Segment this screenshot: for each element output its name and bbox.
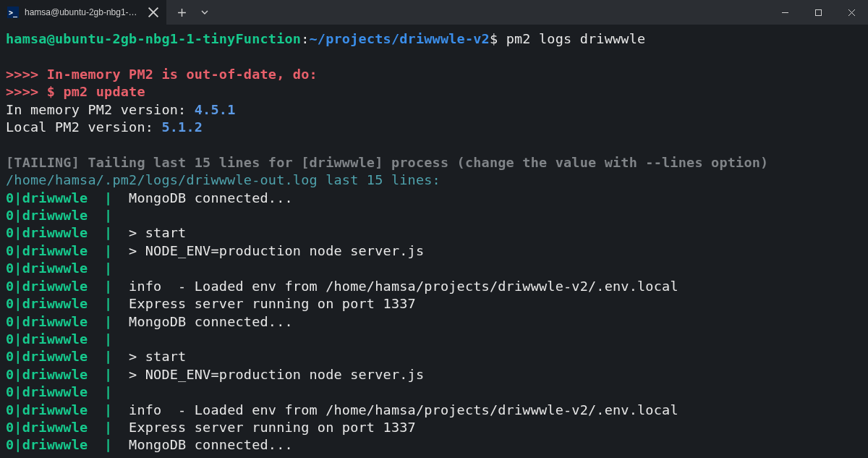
log-prefix: 0|driwwwle | bbox=[6, 279, 121, 294]
tailing-header: [TAILING] Tailing last 15 lines for [dri… bbox=[6, 154, 862, 171]
version-local: Local PM2 version: 5.1.2 bbox=[6, 119, 862, 136]
log-text: > start bbox=[121, 225, 187, 240]
tabs-area: >_ hamsa@ubuntu-2gb-nbg1-1-tin bbox=[0, 0, 216, 25]
log-line: 0|driwwwle | MongoDB connected... bbox=[6, 436, 862, 454]
log-line: 0|driwwwle | > start bbox=[6, 224, 862, 242]
log-text: MongoDB connected... bbox=[121, 190, 293, 205]
maximize-button[interactable] bbox=[801, 0, 835, 25]
log-prefix: 0|driwwwle | bbox=[6, 384, 121, 399]
log-line: 0|driwwwle | > start bbox=[6, 348, 862, 365]
log-prefix: 0|driwwwle | bbox=[6, 225, 121, 240]
tab-active[interactable]: >_ hamsa@ubuntu-2gb-nbg1-1-tin bbox=[0, 0, 166, 25]
log-line: 0|driwwwle | bbox=[6, 383, 862, 401]
svg-rect-0 bbox=[815, 9, 821, 15]
blank-line bbox=[6, 48, 862, 65]
log-text: info - Loaded env from /home/hamsa/proje… bbox=[121, 402, 678, 417]
log-prefix: 0|driwwwle | bbox=[6, 402, 121, 417]
log-line: 0|driwwwle | MongoDB connected... bbox=[6, 313, 862, 331]
log-line: 0|driwwwle | info - Loaded env from /hom… bbox=[6, 402, 862, 419]
window-controls bbox=[768, 0, 868, 25]
log-text: MongoDB connected... bbox=[121, 314, 293, 329]
log-prefix: 0|driwwwle | bbox=[6, 243, 121, 258]
close-button[interactable] bbox=[835, 0, 868, 25]
log-line: 0|driwwwle | bbox=[6, 331, 862, 348]
log-prefix: 0|driwwwle | bbox=[6, 314, 121, 329]
log-text: > NODE_ENV=production node server.js bbox=[121, 367, 425, 382]
log-prefix: 0|driwwwle | bbox=[6, 260, 121, 276]
log-prefix: 0|driwwwle | bbox=[6, 420, 121, 435]
minimize-button[interactable] bbox=[768, 0, 801, 25]
log-lines: 0|driwwwle | MongoDB connected...0|driww… bbox=[6, 190, 862, 454]
warn-line-1: >>>> In-memory PM2 is out-of-date, do: bbox=[6, 66, 862, 83]
titlebar: >_ hamsa@ubuntu-2gb-nbg1-1-tin bbox=[0, 0, 868, 25]
log-text: Express server running on port 1337 bbox=[121, 296, 416, 311]
log-line: 0|driwwwle | > NODE_ENV=production node … bbox=[6, 366, 862, 383]
log-prefix: 0|driwwwle | bbox=[6, 367, 121, 382]
log-line: 0|driwwwle | Express server running on p… bbox=[6, 295, 862, 313]
log-prefix: 0|driwwwle | bbox=[6, 296, 121, 311]
log-prefix: 0|driwwwle | bbox=[6, 349, 121, 364]
log-text: Express server running on port 1337 bbox=[121, 420, 416, 435]
prompt-user-host: hamsa@ubuntu-2gb-nbg1-1-tinyFunction bbox=[6, 31, 301, 46]
tab-dropdown-button[interactable] bbox=[194, 1, 216, 23]
log-prefix: 0|driwwwle | bbox=[6, 190, 121, 205]
log-text: > start bbox=[121, 349, 187, 364]
log-line: 0|driwwwle | > NODE_ENV=production node … bbox=[6, 242, 862, 260]
warn-line-2: >>>> $ pm2 update bbox=[6, 83, 862, 101]
prompt-command: pm2 logs driwwwle bbox=[498, 31, 645, 46]
version-in-memory: In memory PM2 version: 4.5.1 bbox=[6, 101, 862, 119]
log-text: > NODE_ENV=production node server.js bbox=[121, 243, 425, 258]
log-line: 0|driwwwle | MongoDB connected... bbox=[6, 190, 862, 207]
tab-title: hamsa@ubuntu-2gb-nbg1-1-tin bbox=[25, 7, 142, 17]
prompt-line: hamsa@ubuntu-2gb-nbg1-1-tinyFunction:~/p… bbox=[6, 30, 862, 48]
log-prefix: 0|driwwwle | bbox=[6, 437, 121, 452]
tab-close-button[interactable] bbox=[148, 7, 159, 18]
log-line: 0|driwwwle | Express server running on p… bbox=[6, 419, 862, 436]
prompt-path: ~/projects/driwwwle-v2 bbox=[310, 31, 490, 46]
blank-line bbox=[6, 136, 862, 153]
new-tab-button[interactable] bbox=[171, 1, 192, 23]
tailing-filepath: /home/hamsa/.pm2/logs/driwwwle-out.log l… bbox=[6, 171, 862, 189]
terminal-content[interactable]: hamsa@ubuntu-2gb-nbg1-1-tinyFunction:~/p… bbox=[0, 25, 868, 458]
powershell-icon: >_ bbox=[7, 7, 19, 18]
log-text: info - Loaded env from /home/hamsa/proje… bbox=[121, 279, 678, 294]
log-line: 0|driwwwle | bbox=[6, 260, 862, 277]
log-line: 0|driwwwle | info - Loaded env from /hom… bbox=[6, 278, 862, 295]
log-text: MongoDB connected... bbox=[121, 437, 293, 452]
tab-controls bbox=[166, 1, 216, 23]
log-prefix: 0|driwwwle | bbox=[6, 208, 121, 223]
log-prefix: 0|driwwwle | bbox=[6, 331, 121, 347]
log-line: 0|driwwwle | bbox=[6, 207, 862, 224]
